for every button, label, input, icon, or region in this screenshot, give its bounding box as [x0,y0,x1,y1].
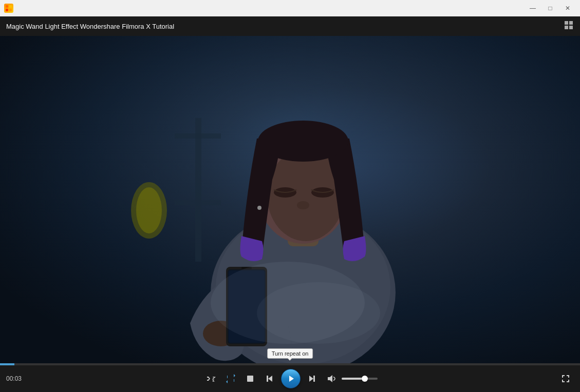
volume-thumb [362,376,368,382]
video-scene [0,36,580,363]
svg-marker-35 [289,376,294,382]
svg-rect-7 [569,26,573,29]
next-button[interactable] [304,370,320,387]
svg-rect-3 [9,9,12,11]
svg-rect-5 [569,21,573,25]
svg-point-31 [257,282,380,344]
repeat-button[interactable] [222,370,239,387]
minimize-button[interactable]: — [525,0,541,16]
svg-rect-11 [175,133,221,139]
controls-center: Turn repeat on [203,369,378,388]
window-controls: — □ ✕ [525,0,576,16]
previous-button[interactable] [261,370,278,387]
volume-area [323,370,378,387]
svg-point-20 [258,121,348,162]
video-area [0,36,580,363]
close-button[interactable]: ✕ [559,0,576,16]
play-button[interactable] [281,369,301,388]
media-title-bar: Magic Wand Light Effect Wondershare Film… [0,16,580,36]
svg-point-23 [257,206,261,210]
stop-button[interactable] [242,370,258,387]
progress-bar-fill [0,363,14,365]
svg-marker-36 [309,376,313,382]
svg-marker-33 [268,376,272,382]
shuffle-button[interactable] [203,370,219,387]
controls-left: 00:03 [6,375,47,382]
svg-marker-38 [328,375,332,382]
time-display: 00:03 [6,375,27,382]
svg-rect-2 [6,9,8,11]
svg-point-14 [136,187,162,233]
svg-rect-34 [267,376,268,382]
svg-rect-37 [313,376,315,382]
volume-button[interactable] [323,370,340,387]
volume-slider[interactable] [342,378,378,380]
controls-right [533,370,574,387]
app-icon [4,4,13,13]
progress-bar-container[interactable] [0,363,580,365]
svg-rect-4 [565,21,568,25]
svg-rect-0 [6,5,8,8]
title-bar: — □ ✕ [0,0,580,16]
svg-rect-32 [247,376,253,382]
svg-rect-10 [195,118,201,262]
media-title-text: Magic Wand Light Effect Wondershare Film… [6,23,174,30]
svg-rect-12 [175,200,221,205]
svg-rect-6 [565,26,568,29]
svg-rect-1 [9,5,12,8]
controls-bar: 00:03 [0,365,580,392]
grid-view-icon[interactable] [564,20,574,33]
svg-point-24 [297,201,309,209]
video-background [0,36,580,363]
fullscreen-button[interactable] [557,370,574,387]
maximize-button[interactable]: □ [542,0,558,16]
